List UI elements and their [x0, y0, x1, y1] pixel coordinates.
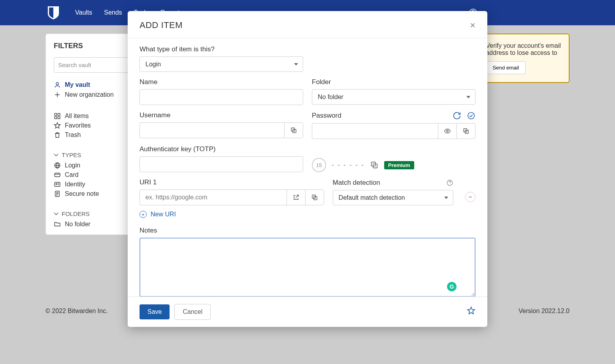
modal-body: What type of item is this? Login Name Fo… [128, 38, 487, 296]
save-button[interactable]: Save [140, 304, 170, 319]
copy-icon [311, 194, 318, 201]
totp-timer: 15 [312, 158, 326, 172]
premium-badge: Premium [384, 161, 414, 169]
copy-uri-button[interactable] [305, 190, 324, 205]
username-label: Username [140, 111, 303, 119]
cancel-button[interactable]: Cancel [174, 304, 211, 320]
svg-point-14 [468, 113, 475, 119]
modal-footer: Save Cancel [128, 296, 487, 327]
copy-icon [290, 127, 297, 134]
close-icon: × [470, 20, 475, 30]
modal-overlay: ADD ITEM × What type of item is this? Lo… [0, 0, 615, 364]
folder-label: Folder [312, 78, 475, 86]
close-button[interactable]: × [470, 20, 475, 31]
launch-uri-button[interactable] [287, 190, 305, 205]
item-type-select[interactable]: Login [140, 56, 303, 72]
password-label: Password [312, 112, 341, 120]
uri-input[interactable] [140, 190, 287, 205]
name-label: Name [140, 78, 303, 86]
add-item-modal: ADD ITEM × What type of item is this? Lo… [128, 11, 487, 327]
notes-textarea[interactable] [140, 238, 475, 296]
uri-label: URI 1 [140, 178, 324, 186]
type-label: What type of item is this? [140, 45, 303, 53]
copy-password-button[interactable] [457, 123, 475, 139]
favorite-toggle[interactable] [467, 306, 475, 317]
totp-code: - - - - - - [332, 161, 364, 169]
toggle-password-button[interactable] [438, 123, 457, 139]
remove-uri-button[interactable] [465, 192, 475, 202]
copy-username-button[interactable] [284, 122, 303, 138]
check-password-icon[interactable] [467, 111, 475, 120]
modal-title: ADD ITEM [140, 20, 183, 30]
totp-input[interactable] [140, 156, 303, 172]
match-detection-select[interactable]: Default match detection [333, 190, 453, 205]
minus-icon [468, 194, 473, 200]
eye-icon [444, 128, 451, 135]
modal-header: ADD ITEM × [128, 11, 487, 38]
copy-icon [462, 128, 470, 135]
totp-label: Authenticator key (TOTP) [140, 145, 303, 153]
name-input[interactable] [140, 89, 303, 105]
external-link-icon [292, 194, 300, 201]
help-icon[interactable] [446, 179, 453, 186]
svg-point-15 [447, 130, 449, 132]
notes-label: Notes [140, 227, 475, 235]
password-input[interactable] [312, 123, 438, 139]
grammarly-icon[interactable]: G [447, 282, 457, 291]
username-input[interactable] [140, 122, 284, 138]
generate-password-icon[interactable] [453, 111, 461, 120]
new-uri-button[interactable]: + New URI [140, 211, 475, 218]
folder-select[interactable]: No folder [312, 89, 475, 105]
plus-circle-icon: + [140, 211, 147, 218]
star-outline-icon [467, 306, 475, 315]
match-detection-label: Match detection [333, 179, 380, 187]
copy-totp-icon[interactable] [370, 161, 379, 169]
